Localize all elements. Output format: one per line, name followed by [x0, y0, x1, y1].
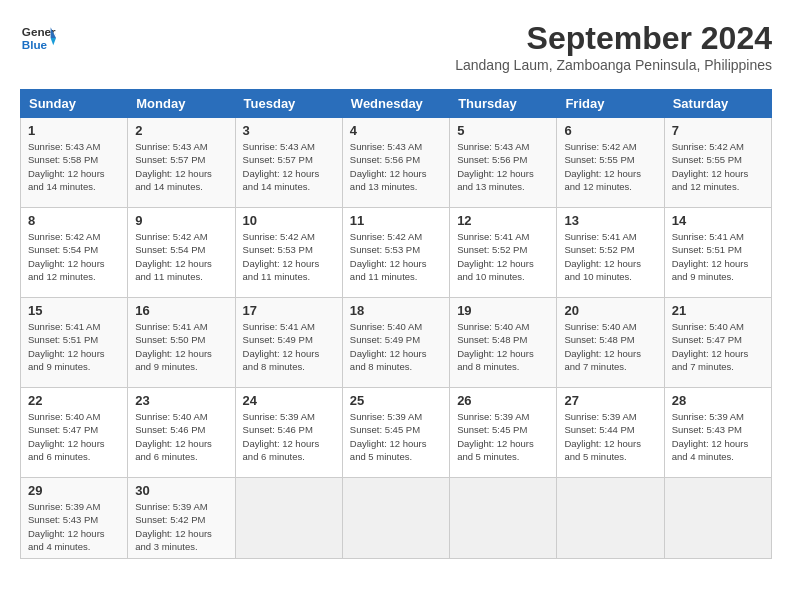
- weekday-header-thursday: Thursday: [450, 90, 557, 118]
- day-detail: Sunrise: 5:40 AM Sunset: 5:47 PM Dayligh…: [672, 320, 764, 373]
- day-detail: Sunrise: 5:40 AM Sunset: 5:48 PM Dayligh…: [457, 320, 549, 373]
- weekday-header-sunday: Sunday: [21, 90, 128, 118]
- day-detail: Sunrise: 5:42 AM Sunset: 5:54 PM Dayligh…: [135, 230, 227, 283]
- day-number: 21: [672, 303, 764, 318]
- calendar-table: SundayMondayTuesdayWednesdayThursdayFrid…: [20, 89, 772, 559]
- day-detail: Sunrise: 5:43 AM Sunset: 5:58 PM Dayligh…: [28, 140, 120, 193]
- day-detail: Sunrise: 5:40 AM Sunset: 5:48 PM Dayligh…: [564, 320, 656, 373]
- day-detail: Sunrise: 5:39 AM Sunset: 5:43 PM Dayligh…: [28, 500, 120, 553]
- day-detail: Sunrise: 5:39 AM Sunset: 5:42 PM Dayligh…: [135, 500, 227, 553]
- day-detail: Sunrise: 5:39 AM Sunset: 5:45 PM Dayligh…: [350, 410, 442, 463]
- day-detail: Sunrise: 5:41 AM Sunset: 5:52 PM Dayligh…: [564, 230, 656, 283]
- calendar-cell: 22 Sunrise: 5:40 AM Sunset: 5:47 PM Dayl…: [21, 388, 128, 478]
- day-number: 13: [564, 213, 656, 228]
- day-number: 4: [350, 123, 442, 138]
- day-detail: Sunrise: 5:39 AM Sunset: 5:46 PM Dayligh…: [243, 410, 335, 463]
- logo-icon: General Blue: [20, 20, 56, 56]
- calendar-cell: 3 Sunrise: 5:43 AM Sunset: 5:57 PM Dayli…: [235, 118, 342, 208]
- day-detail: Sunrise: 5:43 AM Sunset: 5:56 PM Dayligh…: [457, 140, 549, 193]
- day-detail: Sunrise: 5:39 AM Sunset: 5:45 PM Dayligh…: [457, 410, 549, 463]
- calendar-cell: 20 Sunrise: 5:40 AM Sunset: 5:48 PM Dayl…: [557, 298, 664, 388]
- calendar-cell: 6 Sunrise: 5:42 AM Sunset: 5:55 PM Dayli…: [557, 118, 664, 208]
- calendar-cell: [450, 478, 557, 559]
- day-detail: Sunrise: 5:41 AM Sunset: 5:50 PM Dayligh…: [135, 320, 227, 373]
- calendar-cell: 25 Sunrise: 5:39 AM Sunset: 5:45 PM Dayl…: [342, 388, 449, 478]
- calendar-cell: 26 Sunrise: 5:39 AM Sunset: 5:45 PM Dayl…: [450, 388, 557, 478]
- calendar-cell: 9 Sunrise: 5:42 AM Sunset: 5:54 PM Dayli…: [128, 208, 235, 298]
- calendar-cell: 24 Sunrise: 5:39 AM Sunset: 5:46 PM Dayl…: [235, 388, 342, 478]
- day-detail: Sunrise: 5:43 AM Sunset: 5:57 PM Dayligh…: [135, 140, 227, 193]
- calendar-cell: 27 Sunrise: 5:39 AM Sunset: 5:44 PM Dayl…: [557, 388, 664, 478]
- calendar-cell: 30 Sunrise: 5:39 AM Sunset: 5:42 PM Dayl…: [128, 478, 235, 559]
- calendar-week-4: 22 Sunrise: 5:40 AM Sunset: 5:47 PM Dayl…: [21, 388, 772, 478]
- calendar-cell: 1 Sunrise: 5:43 AM Sunset: 5:58 PM Dayli…: [21, 118, 128, 208]
- day-detail: Sunrise: 5:39 AM Sunset: 5:44 PM Dayligh…: [564, 410, 656, 463]
- day-detail: Sunrise: 5:40 AM Sunset: 5:49 PM Dayligh…: [350, 320, 442, 373]
- weekday-header-row: SundayMondayTuesdayWednesdayThursdayFrid…: [21, 90, 772, 118]
- day-detail: Sunrise: 5:41 AM Sunset: 5:51 PM Dayligh…: [672, 230, 764, 283]
- calendar-cell: 23 Sunrise: 5:40 AM Sunset: 5:46 PM Dayl…: [128, 388, 235, 478]
- day-number: 16: [135, 303, 227, 318]
- day-detail: Sunrise: 5:41 AM Sunset: 5:51 PM Dayligh…: [28, 320, 120, 373]
- calendar-cell: 12 Sunrise: 5:41 AM Sunset: 5:52 PM Dayl…: [450, 208, 557, 298]
- day-detail: Sunrise: 5:42 AM Sunset: 5:53 PM Dayligh…: [243, 230, 335, 283]
- calendar-cell: 2 Sunrise: 5:43 AM Sunset: 5:57 PM Dayli…: [128, 118, 235, 208]
- day-number: 24: [243, 393, 335, 408]
- day-number: 30: [135, 483, 227, 498]
- calendar-cell: 10 Sunrise: 5:42 AM Sunset: 5:53 PM Dayl…: [235, 208, 342, 298]
- calendar-week-3: 15 Sunrise: 5:41 AM Sunset: 5:51 PM Dayl…: [21, 298, 772, 388]
- day-detail: Sunrise: 5:41 AM Sunset: 5:52 PM Dayligh…: [457, 230, 549, 283]
- calendar-cell: 17 Sunrise: 5:41 AM Sunset: 5:49 PM Dayl…: [235, 298, 342, 388]
- day-number: 5: [457, 123, 549, 138]
- day-number: 22: [28, 393, 120, 408]
- calendar-cell: 28 Sunrise: 5:39 AM Sunset: 5:43 PM Dayl…: [664, 388, 771, 478]
- day-number: 25: [350, 393, 442, 408]
- svg-text:Blue: Blue: [22, 38, 48, 51]
- calendar-week-1: 1 Sunrise: 5:43 AM Sunset: 5:58 PM Dayli…: [21, 118, 772, 208]
- calendar-cell: 13 Sunrise: 5:41 AM Sunset: 5:52 PM Dayl…: [557, 208, 664, 298]
- calendar-cell: 8 Sunrise: 5:42 AM Sunset: 5:54 PM Dayli…: [21, 208, 128, 298]
- day-number: 8: [28, 213, 120, 228]
- day-detail: Sunrise: 5:40 AM Sunset: 5:47 PM Dayligh…: [28, 410, 120, 463]
- calendar-cell: 7 Sunrise: 5:42 AM Sunset: 5:55 PM Dayli…: [664, 118, 771, 208]
- day-number: 26: [457, 393, 549, 408]
- day-number: 19: [457, 303, 549, 318]
- weekday-header-saturday: Saturday: [664, 90, 771, 118]
- weekday-header-wednesday: Wednesday: [342, 90, 449, 118]
- svg-marker-3: [51, 38, 56, 45]
- calendar-cell: [557, 478, 664, 559]
- logo: General Blue: [20, 20, 56, 56]
- calendar-cell: 19 Sunrise: 5:40 AM Sunset: 5:48 PM Dayl…: [450, 298, 557, 388]
- day-detail: Sunrise: 5:42 AM Sunset: 5:55 PM Dayligh…: [564, 140, 656, 193]
- day-detail: Sunrise: 5:39 AM Sunset: 5:43 PM Dayligh…: [672, 410, 764, 463]
- title-block: September 2024 Landang Laum, Zamboanga P…: [455, 20, 772, 85]
- calendar-cell: [235, 478, 342, 559]
- day-number: 9: [135, 213, 227, 228]
- day-detail: Sunrise: 5:42 AM Sunset: 5:55 PM Dayligh…: [672, 140, 764, 193]
- calendar-cell: [342, 478, 449, 559]
- day-number: 20: [564, 303, 656, 318]
- day-number: 14: [672, 213, 764, 228]
- day-number: 15: [28, 303, 120, 318]
- weekday-header-friday: Friday: [557, 90, 664, 118]
- calendar-cell: 15 Sunrise: 5:41 AM Sunset: 5:51 PM Dayl…: [21, 298, 128, 388]
- day-number: 11: [350, 213, 442, 228]
- day-number: 17: [243, 303, 335, 318]
- calendar-cell: 16 Sunrise: 5:41 AM Sunset: 5:50 PM Dayl…: [128, 298, 235, 388]
- page-title: September 2024: [455, 20, 772, 57]
- day-detail: Sunrise: 5:43 AM Sunset: 5:56 PM Dayligh…: [350, 140, 442, 193]
- weekday-header-tuesday: Tuesday: [235, 90, 342, 118]
- day-number: 1: [28, 123, 120, 138]
- page-subtitle: Landang Laum, Zamboanga Peninsula, Phili…: [455, 57, 772, 73]
- day-number: 28: [672, 393, 764, 408]
- day-detail: Sunrise: 5:40 AM Sunset: 5:46 PM Dayligh…: [135, 410, 227, 463]
- day-number: 27: [564, 393, 656, 408]
- calendar-cell: 5 Sunrise: 5:43 AM Sunset: 5:56 PM Dayli…: [450, 118, 557, 208]
- day-detail: Sunrise: 5:42 AM Sunset: 5:53 PM Dayligh…: [350, 230, 442, 283]
- day-detail: Sunrise: 5:42 AM Sunset: 5:54 PM Dayligh…: [28, 230, 120, 283]
- day-number: 29: [28, 483, 120, 498]
- calendar-cell: 11 Sunrise: 5:42 AM Sunset: 5:53 PM Dayl…: [342, 208, 449, 298]
- calendar-cell: 29 Sunrise: 5:39 AM Sunset: 5:43 PM Dayl…: [21, 478, 128, 559]
- day-detail: Sunrise: 5:41 AM Sunset: 5:49 PM Dayligh…: [243, 320, 335, 373]
- calendar-cell: 4 Sunrise: 5:43 AM Sunset: 5:56 PM Dayli…: [342, 118, 449, 208]
